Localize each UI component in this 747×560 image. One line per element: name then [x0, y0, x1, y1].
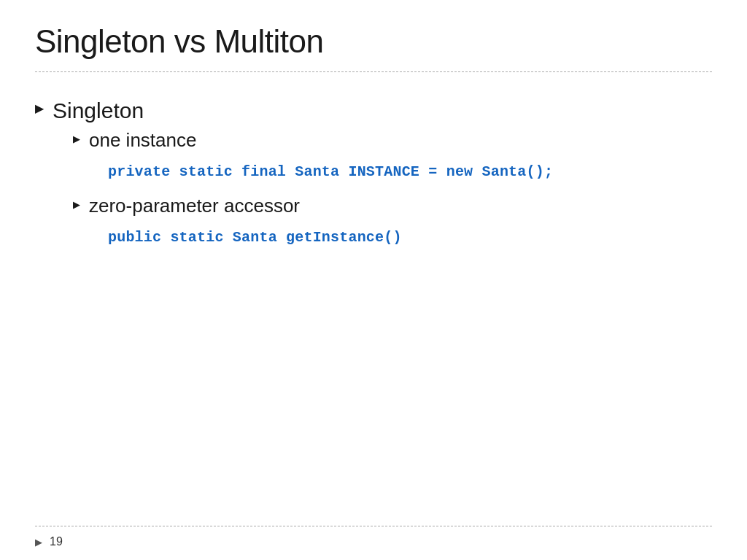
bullet-level2-label-2: zero-parameter accessor: [89, 195, 300, 217]
bullet-arrow-icon: ▶: [35, 101, 44, 115]
footer-arrow-icon: ▶: [35, 537, 42, 548]
slide-footer: ▶ 19: [0, 526, 747, 560]
page-number: 19: [50, 535, 63, 548]
bullet-level1-singleton: ▶ Singleton: [35, 98, 712, 123]
bullet-level1-label: Singleton: [53, 98, 144, 123]
slide-header: Singleton vs Multiton: [0, 0, 747, 71]
bullet-arrow-icon-2: ▶: [73, 133, 80, 144]
bullet-level2-one-instance: ▶ one instance: [73, 129, 712, 152]
slide-body: ▶ Singleton ▶ one instance private stati…: [0, 72, 747, 526]
bullet-level2-zero-param: ▶ zero-parameter accessor: [73, 195, 712, 217]
code-block-1: private static final Santa INSTANCE = ne…: [108, 163, 712, 180]
slide-container: Singleton vs Multiton ▶ Singleton ▶ one …: [0, 0, 747, 560]
bullet-arrow-icon-3: ▶: [73, 199, 80, 210]
bullet-level2-label-1: one instance: [89, 129, 196, 152]
slide-title: Singleton vs Multiton: [35, 23, 712, 60]
code-block-2: public static Santa getInstance(): [108, 229, 712, 246]
